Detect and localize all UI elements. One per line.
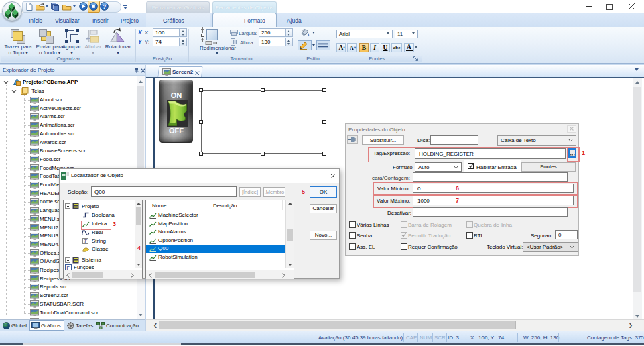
svg-text:OFF: OFF xyxy=(169,127,184,135)
svg-text:?: ? xyxy=(103,3,107,10)
svg-text:T: T xyxy=(84,239,87,245)
svg-text:ON: ON xyxy=(171,91,182,99)
